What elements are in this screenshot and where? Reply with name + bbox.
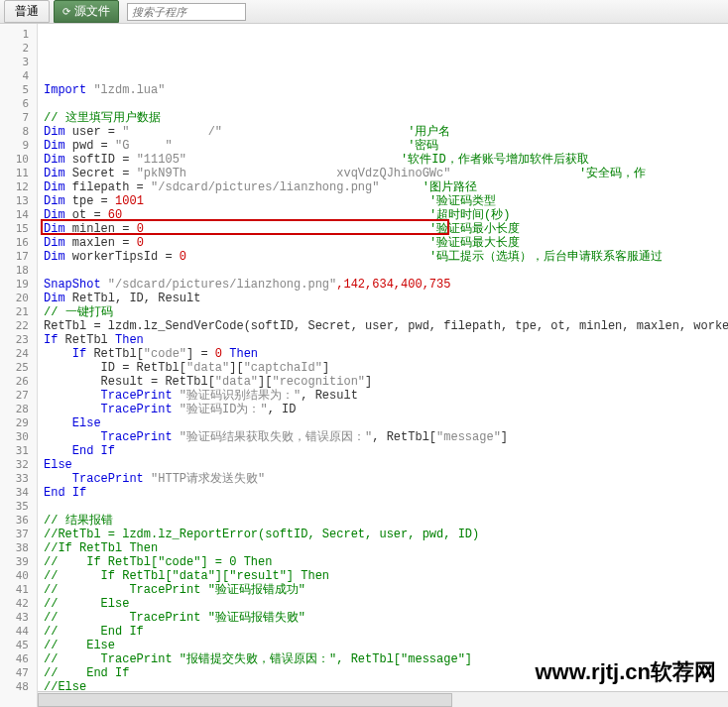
code-line[interactable]: Dim RetTbl, ID, Result: [44, 292, 728, 305]
code-line[interactable]: // Else: [44, 639, 728, 652]
code-line[interactable]: // 结果报错: [44, 514, 728, 528]
code-line[interactable]: Dim maxlen = 0 '验证码最大长度: [44, 236, 728, 250]
line-number: 30: [0, 430, 37, 444]
code-line[interactable]: TracePrint "验证码识别结果为：", Result: [44, 389, 728, 403]
line-number: 39: [0, 555, 37, 569]
code-line[interactable]: //RetTbl = lzdm.lz_ReportError(softID, S…: [44, 528, 728, 541]
code-line[interactable]: Result = RetTbl["data"]["recognition"]: [44, 375, 728, 389]
code-line[interactable]: [44, 500, 728, 514]
code-line[interactable]: [44, 264, 728, 278]
search-box: [127, 3, 724, 21]
line-number: 36: [0, 514, 37, 528]
line-number: 2: [0, 42, 37, 56]
code-line[interactable]: //If RetTbl Then: [44, 541, 728, 555]
code-line[interactable]: [44, 97, 728, 111]
code-line[interactable]: Dim user = " /" '用户名: [44, 125, 728, 139]
tab-normal[interactable]: 普通: [4, 0, 50, 23]
code-line[interactable]: Dim minlen = 0 '验证码最小长度: [44, 222, 728, 236]
line-number: 31: [0, 444, 37, 458]
code-line[interactable]: RetTbl = lzdm.lz_SendVerCode(softID, Sec…: [44, 319, 728, 333]
search-input[interactable]: [127, 3, 246, 21]
code-line[interactable]: // End If: [44, 625, 728, 639]
code-line[interactable]: TracePrint "HTTP请求发送失败": [44, 472, 728, 486]
line-number: 45: [0, 639, 37, 652]
code-line[interactable]: If RetTbl Then: [44, 333, 728, 347]
line-number: 47: [0, 666, 37, 680]
line-number: 8: [0, 125, 37, 139]
line-number: 19: [0, 278, 37, 292]
line-number: 20: [0, 292, 37, 305]
line-number: 26: [0, 375, 37, 389]
line-number: 46: [0, 652, 37, 666]
line-number: 5: [0, 83, 37, 97]
code-line[interactable]: Dim workerTipsId = 0 '码工提示（选填），后台申请联系客服通…: [44, 250, 728, 264]
line-number: 35: [0, 500, 37, 514]
line-number: 15: [0, 222, 37, 236]
line-number: 1: [0, 28, 37, 42]
code-line[interactable]: ID = RetTbl["data"]["captchaId"]: [44, 361, 728, 375]
line-number: 11: [0, 167, 37, 180]
line-number: 38: [0, 541, 37, 555]
line-number: 6: [0, 97, 37, 111]
code-line[interactable]: If RetTbl["code"] = 0 Then: [44, 347, 728, 361]
line-number: 13: [0, 194, 37, 208]
code-line[interactable]: TracePrint "验证码结果获取失败，错误原因：", RetTbl["me…: [44, 430, 728, 444]
code-line[interactable]: Dim tpe = 1001 '验证码类型: [44, 194, 728, 208]
code-line[interactable]: // 这里填写用户数据: [44, 111, 728, 125]
code-line[interactable]: SnapShot "/sdcard/pictures/lianzhong.png…: [44, 278, 728, 292]
code-line[interactable]: // If RetTbl["data"]["result"] Then: [44, 569, 728, 583]
tab-source[interactable]: ⟳ 源文件: [54, 0, 119, 23]
code-line[interactable]: // Else: [44, 597, 728, 611]
code-line[interactable]: Import "lzdm.lua": [44, 83, 728, 97]
line-number: 9: [0, 139, 37, 153]
code-line[interactable]: Else: [44, 416, 728, 430]
editor-area: 1234567891011121314151617181920212223242…: [0, 24, 728, 707]
code-line[interactable]: // 一键打码: [44, 305, 728, 319]
line-number: 10: [0, 153, 37, 167]
watermark: www.rjtj.cn软荐网: [535, 657, 716, 687]
line-number: 25: [0, 361, 37, 375]
line-number: 22: [0, 319, 37, 333]
line-number: 18: [0, 264, 37, 278]
line-number: 33: [0, 472, 37, 486]
code-line[interactable]: End If: [44, 486, 728, 500]
line-number: 4: [0, 69, 37, 83]
line-number: 12: [0, 180, 37, 194]
code-line[interactable]: End If: [44, 444, 728, 458]
code-line[interactable]: // If RetTbl["code"] = 0 Then: [44, 555, 728, 569]
code-area[interactable]: Import "lzdm.lua" // 这里填写用户数据Dim user = …: [38, 24, 728, 707]
line-number: 16: [0, 236, 37, 250]
code-line[interactable]: Dim filepath = "/sdcard/pictures/lianzho…: [44, 180, 728, 194]
line-number: 3: [0, 56, 37, 69]
code-line[interactable]: TracePrint "验证码ID为：", ID: [44, 403, 728, 416]
code-line[interactable]: Dim softID = "11105" '软件ID，作者账号增加软件后获取: [44, 153, 728, 167]
line-number: 37: [0, 528, 37, 541]
line-number: 32: [0, 458, 37, 472]
source-icon: ⟳: [62, 6, 70, 17]
tab-source-label: 源文件: [74, 3, 110, 20]
line-number: 7: [0, 111, 37, 125]
code-line[interactable]: // TracePrint "验证码报错成功": [44, 583, 728, 597]
code-line[interactable]: Else: [44, 458, 728, 472]
line-number: 40: [0, 569, 37, 583]
line-number: 41: [0, 583, 37, 597]
line-number: 42: [0, 597, 37, 611]
line-number: 21: [0, 305, 37, 319]
line-number: 14: [0, 208, 37, 222]
line-number: 27: [0, 389, 37, 403]
code-line[interactable]: // TracePrint "验证码报错失败": [44, 611, 728, 625]
line-number: 34: [0, 486, 37, 500]
line-number: 23: [0, 333, 37, 347]
line-number: 29: [0, 416, 37, 430]
scrollbar-thumb[interactable]: [38, 693, 452, 707]
line-number-gutter: 1234567891011121314151617181920212223242…: [0, 24, 38, 707]
code-line[interactable]: Dim ot = 60 '超时时间(秒): [44, 208, 728, 222]
line-number: 44: [0, 625, 37, 639]
line-number: 28: [0, 403, 37, 416]
code-line[interactable]: Dim pwd = "G " '密码: [44, 139, 728, 153]
line-number: 48: [0, 680, 37, 694]
horizontal-scrollbar[interactable]: [38, 691, 728, 707]
toolbar: 普通 ⟳ 源文件: [0, 0, 728, 24]
code-line[interactable]: Dim Secret = "pkN9Th xvqVdzQJhinoGWc" '安…: [44, 167, 728, 180]
line-number: 17: [0, 250, 37, 264]
